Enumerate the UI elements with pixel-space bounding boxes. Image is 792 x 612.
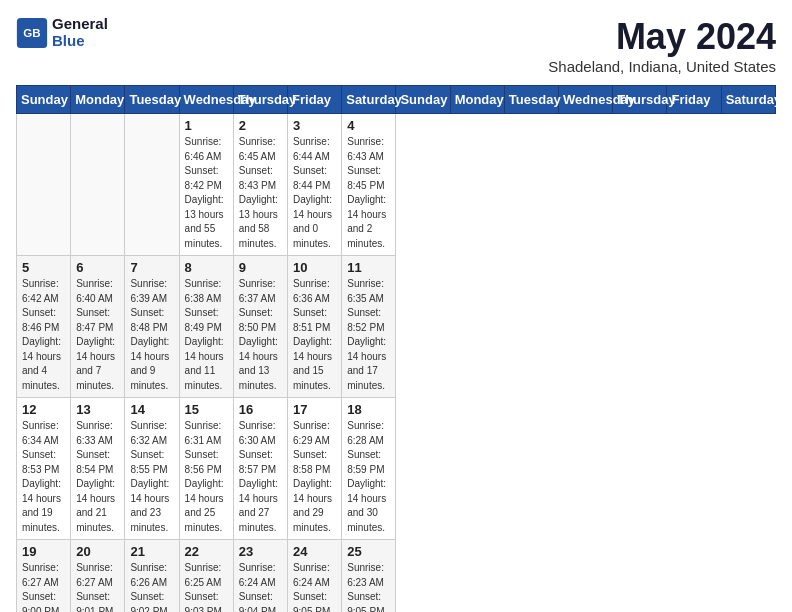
day-number: 25 bbox=[347, 544, 390, 559]
calendar-cell: 12Sunrise: 6:34 AM Sunset: 8:53 PM Dayli… bbox=[17, 398, 71, 540]
day-info: Sunrise: 6:32 AM Sunset: 8:55 PM Dayligh… bbox=[130, 419, 173, 535]
day-number: 6 bbox=[76, 260, 119, 275]
day-info: Sunrise: 6:31 AM Sunset: 8:56 PM Dayligh… bbox=[185, 419, 228, 535]
day-of-week-header: Monday bbox=[71, 86, 125, 114]
day-of-week-header: Thursday bbox=[613, 86, 667, 114]
day-info: Sunrise: 6:27 AM Sunset: 9:00 PM Dayligh… bbox=[22, 561, 65, 612]
calendar-cell: 3Sunrise: 6:44 AM Sunset: 8:44 PM Daylig… bbox=[288, 114, 342, 256]
day-info: Sunrise: 6:30 AM Sunset: 8:57 PM Dayligh… bbox=[239, 419, 282, 535]
day-info: Sunrise: 6:29 AM Sunset: 8:58 PM Dayligh… bbox=[293, 419, 336, 535]
calendar-week-row: 1Sunrise: 6:46 AM Sunset: 8:42 PM Daylig… bbox=[17, 114, 776, 256]
logo-line2: Blue bbox=[52, 33, 108, 50]
day-info: Sunrise: 6:43 AM Sunset: 8:45 PM Dayligh… bbox=[347, 135, 390, 251]
day-info: Sunrise: 6:39 AM Sunset: 8:48 PM Dayligh… bbox=[130, 277, 173, 393]
calendar-cell: 16Sunrise: 6:30 AM Sunset: 8:57 PM Dayli… bbox=[233, 398, 287, 540]
calendar-cell: 13Sunrise: 6:33 AM Sunset: 8:54 PM Dayli… bbox=[71, 398, 125, 540]
day-of-week-header: Sunday bbox=[396, 86, 450, 114]
day-info: Sunrise: 6:37 AM Sunset: 8:50 PM Dayligh… bbox=[239, 277, 282, 393]
calendar-cell: 14Sunrise: 6:32 AM Sunset: 8:55 PM Dayli… bbox=[125, 398, 179, 540]
svg-text:GB: GB bbox=[23, 26, 40, 38]
page-header: GB General Blue May 2024 Shadeland, Indi… bbox=[16, 16, 776, 75]
day-number: 5 bbox=[22, 260, 65, 275]
logo-icon: GB bbox=[16, 17, 48, 49]
logo-line1: General bbox=[52, 16, 108, 33]
calendar-cell: 10Sunrise: 6:36 AM Sunset: 8:51 PM Dayli… bbox=[288, 256, 342, 398]
calendar-cell: 22Sunrise: 6:25 AM Sunset: 9:03 PM Dayli… bbox=[179, 540, 233, 613]
day-number: 24 bbox=[293, 544, 336, 559]
day-number: 11 bbox=[347, 260, 390, 275]
calendar-cell: 15Sunrise: 6:31 AM Sunset: 8:56 PM Dayli… bbox=[179, 398, 233, 540]
day-info: Sunrise: 6:25 AM Sunset: 9:03 PM Dayligh… bbox=[185, 561, 228, 612]
day-number: 16 bbox=[239, 402, 282, 417]
day-info: Sunrise: 6:44 AM Sunset: 8:44 PM Dayligh… bbox=[293, 135, 336, 251]
day-number: 13 bbox=[76, 402, 119, 417]
day-number: 9 bbox=[239, 260, 282, 275]
calendar-week-row: 5Sunrise: 6:42 AM Sunset: 8:46 PM Daylig… bbox=[17, 256, 776, 398]
day-info: Sunrise: 6:27 AM Sunset: 9:01 PM Dayligh… bbox=[76, 561, 119, 612]
calendar-cell: 7Sunrise: 6:39 AM Sunset: 8:48 PM Daylig… bbox=[125, 256, 179, 398]
calendar-cell: 8Sunrise: 6:38 AM Sunset: 8:49 PM Daylig… bbox=[179, 256, 233, 398]
logo-text: General Blue bbox=[52, 16, 108, 49]
calendar-cell: 9Sunrise: 6:37 AM Sunset: 8:50 PM Daylig… bbox=[233, 256, 287, 398]
calendar-week-row: 12Sunrise: 6:34 AM Sunset: 8:53 PM Dayli… bbox=[17, 398, 776, 540]
day-of-week-header: Thursday bbox=[233, 86, 287, 114]
calendar-cell: 11Sunrise: 6:35 AM Sunset: 8:52 PM Dayli… bbox=[342, 256, 396, 398]
day-of-week-header: Wednesday bbox=[559, 86, 613, 114]
day-number: 20 bbox=[76, 544, 119, 559]
day-number: 17 bbox=[293, 402, 336, 417]
calendar-cell: 5Sunrise: 6:42 AM Sunset: 8:46 PM Daylig… bbox=[17, 256, 71, 398]
calendar-cell bbox=[71, 114, 125, 256]
day-info: Sunrise: 6:23 AM Sunset: 9:05 PM Dayligh… bbox=[347, 561, 390, 612]
day-number: 23 bbox=[239, 544, 282, 559]
calendar-cell: 1Sunrise: 6:46 AM Sunset: 8:42 PM Daylig… bbox=[179, 114, 233, 256]
day-of-week-header: Saturday bbox=[342, 86, 396, 114]
calendar-header-row: SundayMondayTuesdayWednesdayThursdayFrid… bbox=[17, 86, 776, 114]
day-number: 10 bbox=[293, 260, 336, 275]
calendar-cell: 18Sunrise: 6:28 AM Sunset: 8:59 PM Dayli… bbox=[342, 398, 396, 540]
day-of-week-header: Friday bbox=[288, 86, 342, 114]
day-number: 4 bbox=[347, 118, 390, 133]
calendar-cell: 25Sunrise: 6:23 AM Sunset: 9:05 PM Dayli… bbox=[342, 540, 396, 613]
day-number: 22 bbox=[185, 544, 228, 559]
calendar-table: SundayMondayTuesdayWednesdayThursdayFrid… bbox=[16, 85, 776, 612]
day-info: Sunrise: 6:45 AM Sunset: 8:43 PM Dayligh… bbox=[239, 135, 282, 251]
day-info: Sunrise: 6:24 AM Sunset: 9:04 PM Dayligh… bbox=[239, 561, 282, 612]
day-number: 21 bbox=[130, 544, 173, 559]
day-info: Sunrise: 6:26 AM Sunset: 9:02 PM Dayligh… bbox=[130, 561, 173, 612]
day-number: 12 bbox=[22, 402, 65, 417]
calendar-cell bbox=[125, 114, 179, 256]
day-number: 15 bbox=[185, 402, 228, 417]
day-info: Sunrise: 6:36 AM Sunset: 8:51 PM Dayligh… bbox=[293, 277, 336, 393]
day-number: 8 bbox=[185, 260, 228, 275]
month-year-title: May 2024 bbox=[548, 16, 776, 58]
day-number: 7 bbox=[130, 260, 173, 275]
calendar-week-row: 19Sunrise: 6:27 AM Sunset: 9:00 PM Dayli… bbox=[17, 540, 776, 613]
day-info: Sunrise: 6:24 AM Sunset: 9:05 PM Dayligh… bbox=[293, 561, 336, 612]
calendar-cell: 4Sunrise: 6:43 AM Sunset: 8:45 PM Daylig… bbox=[342, 114, 396, 256]
day-number: 14 bbox=[130, 402, 173, 417]
calendar-cell: 21Sunrise: 6:26 AM Sunset: 9:02 PM Dayli… bbox=[125, 540, 179, 613]
day-of-week-header: Wednesday bbox=[179, 86, 233, 114]
calendar-cell: 23Sunrise: 6:24 AM Sunset: 9:04 PM Dayli… bbox=[233, 540, 287, 613]
calendar-cell bbox=[17, 114, 71, 256]
day-number: 18 bbox=[347, 402, 390, 417]
day-info: Sunrise: 6:34 AM Sunset: 8:53 PM Dayligh… bbox=[22, 419, 65, 535]
day-info: Sunrise: 6:40 AM Sunset: 8:47 PM Dayligh… bbox=[76, 277, 119, 393]
day-of-week-header: Friday bbox=[667, 86, 721, 114]
day-of-week-header: Tuesday bbox=[504, 86, 558, 114]
day-info: Sunrise: 6:33 AM Sunset: 8:54 PM Dayligh… bbox=[76, 419, 119, 535]
day-number: 2 bbox=[239, 118, 282, 133]
day-number: 19 bbox=[22, 544, 65, 559]
calendar-cell: 6Sunrise: 6:40 AM Sunset: 8:47 PM Daylig… bbox=[71, 256, 125, 398]
day-info: Sunrise: 6:38 AM Sunset: 8:49 PM Dayligh… bbox=[185, 277, 228, 393]
day-info: Sunrise: 6:46 AM Sunset: 8:42 PM Dayligh… bbox=[185, 135, 228, 251]
day-info: Sunrise: 6:42 AM Sunset: 8:46 PM Dayligh… bbox=[22, 277, 65, 393]
day-number: 3 bbox=[293, 118, 336, 133]
day-number: 1 bbox=[185, 118, 228, 133]
calendar-cell: 2Sunrise: 6:45 AM Sunset: 8:43 PM Daylig… bbox=[233, 114, 287, 256]
day-info: Sunrise: 6:28 AM Sunset: 8:59 PM Dayligh… bbox=[347, 419, 390, 535]
day-info: Sunrise: 6:35 AM Sunset: 8:52 PM Dayligh… bbox=[347, 277, 390, 393]
day-of-week-header: Tuesday bbox=[125, 86, 179, 114]
calendar-cell: 20Sunrise: 6:27 AM Sunset: 9:01 PM Dayli… bbox=[71, 540, 125, 613]
day-of-week-header: Monday bbox=[450, 86, 504, 114]
